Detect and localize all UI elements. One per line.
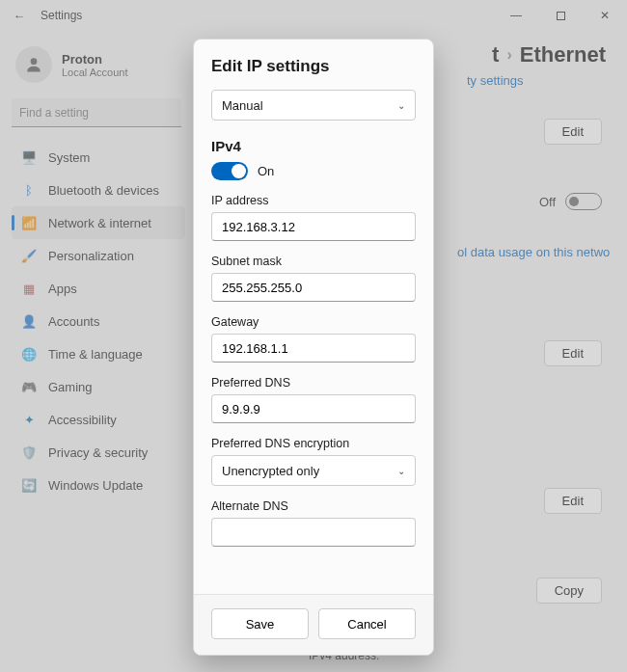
ipv4-section-label: IPv4 <box>211 138 416 154</box>
edit-ip-dialog: Edit IP settings Manual ⌄ IPv4 On IP add… <box>193 39 434 656</box>
ipv4-toggle-label: On <box>258 164 274 178</box>
ip-mode-select[interactable]: Manual ⌄ <box>211 90 416 121</box>
chevron-down-icon: ⌄ <box>397 466 405 476</box>
ip-address-input[interactable] <box>211 212 416 241</box>
ip-mode-value: Manual <box>222 98 263 113</box>
chevron-down-icon: ⌄ <box>397 100 405 111</box>
preferred-dns-encryption-value: Unencrypted only <box>222 464 319 478</box>
gateway-label: Gateway <box>211 315 416 329</box>
alternate-dns-label: Alternate DNS <box>211 499 416 513</box>
gateway-input[interactable] <box>211 334 416 363</box>
save-button[interactable]: Save <box>211 608 309 639</box>
ipv4-toggle[interactable] <box>211 162 248 180</box>
preferred-dns-label: Preferred DNS <box>211 376 416 390</box>
subnet-mask-input[interactable] <box>211 273 416 302</box>
preferred-dns-encryption-select[interactable]: Unencrypted only ⌄ <box>211 455 416 486</box>
ip-address-label: IP address <box>211 194 416 207</box>
alternate-dns-input[interactable] <box>211 518 416 547</box>
subnet-mask-label: Subnet mask <box>211 255 416 268</box>
dialog-title: Edit IP settings <box>211 57 416 76</box>
preferred-dns-input[interactable] <box>211 394 416 423</box>
cancel-button[interactable]: Cancel <box>318 608 416 639</box>
dialog-footer: Save Cancel <box>194 594 433 655</box>
preferred-dns-encryption-label: Preferred DNS encryption <box>211 437 416 450</box>
